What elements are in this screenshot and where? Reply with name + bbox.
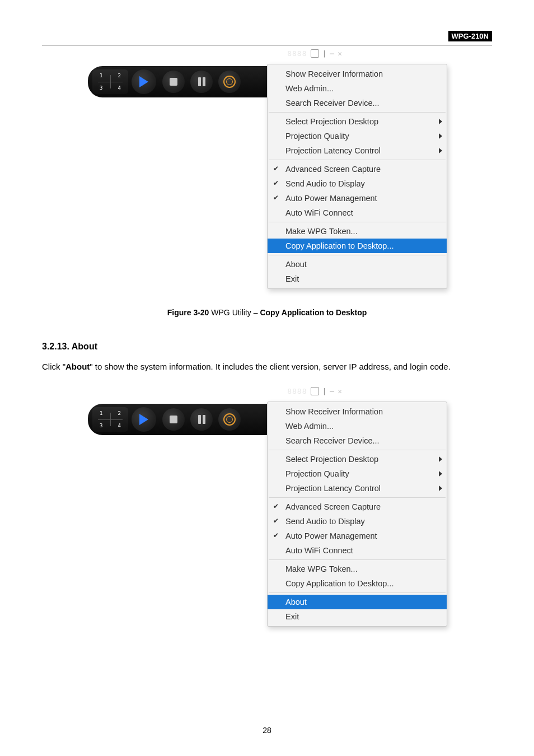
page-number: 28 (0, 726, 534, 735)
menu-item[interactable]: About (268, 595, 447, 609)
menu-separator (269, 160, 446, 160)
header-rule (42, 45, 492, 45)
close-icon[interactable]: ✕ (338, 49, 342, 58)
pause-button[interactable] (190, 71, 213, 93)
menu-item[interactable]: Web Admin... (268, 81, 447, 96)
section-paragraph: Click "About" to show the system informa… (42, 362, 492, 371)
play-icon (139, 414, 148, 425)
pause-button[interactable] (190, 408, 213, 431)
stop-button[interactable] (162, 71, 185, 93)
menu-icon[interactable] (311, 49, 319, 58)
play-button[interactable] (132, 407, 156, 432)
figure-2: 8888 | – ✕ 1 2 3 4 Show Receiver Informa… (88, 394, 446, 650)
context-menu-1: Show Receiver InformationWeb Admin...Sea… (267, 64, 447, 289)
menu-item[interactable]: Projection Latency Control (268, 481, 447, 496)
code-display: 8888 (287, 49, 307, 58)
stop-button[interactable] (162, 408, 185, 431)
menu-separator (269, 112, 446, 113)
stop-icon (170, 78, 177, 86)
menu-item[interactable]: Auto Power Management (268, 191, 447, 206)
menu-item[interactable]: Make WPG Token... (268, 562, 447, 576)
menu-item[interactable]: Projection Quality (268, 466, 447, 481)
menu-item[interactable]: Make WPG Token... (268, 224, 447, 239)
menu-item[interactable]: Projection Latency Control (268, 143, 447, 158)
minimize-icon[interactable]: – (330, 387, 334, 395)
menu-item[interactable]: Select Projection Desktop (268, 452, 447, 466)
menu-separator (269, 255, 446, 255)
code-display: 8888 (287, 387, 307, 395)
close-icon[interactable]: ✕ (338, 387, 342, 395)
divider-icon: | (322, 387, 327, 395)
menu-icon[interactable] (311, 387, 319, 395)
menu-item[interactable]: Auto WiFi Connect (268, 206, 447, 220)
menu-item[interactable]: Show Receiver Information (268, 404, 447, 419)
menu-item[interactable]: Copy Application to Desktop... (268, 239, 447, 253)
quadrant-selector[interactable]: 1 2 3 4 (92, 407, 128, 432)
stop-icon (170, 416, 177, 423)
menu-item[interactable]: Send Audio to Display (268, 514, 447, 529)
network-button[interactable] (218, 71, 241, 93)
menu-item[interactable]: Show Receiver Information (268, 67, 447, 81)
menu-item[interactable]: Auto WiFi Connect (268, 543, 447, 558)
bar-top-strip: 8888 | – ✕ (287, 49, 342, 58)
menu-item[interactable]: Advanced Screen Capture (268, 500, 447, 514)
menu-item[interactable]: Exit (268, 272, 447, 286)
pause-icon (198, 415, 205, 424)
menu-item[interactable]: Projection Quality (268, 129, 447, 143)
menu-separator (269, 559, 446, 560)
menu-item[interactable]: Auto Power Management (268, 529, 447, 543)
menu-item[interactable]: Copy Application to Desktop... (268, 576, 447, 591)
menu-separator (269, 222, 446, 222)
menu-separator (269, 592, 446, 593)
figure-1: 8888 | – ✕ 1 2 3 4 Show Receiver Informa… (88, 56, 446, 312)
menu-item[interactable]: Search Receiver Device... (268, 96, 447, 110)
menu-item[interactable]: Exit (268, 609, 447, 624)
globe-icon (223, 76, 236, 88)
menu-item[interactable]: Web Admin... (268, 419, 447, 433)
network-button[interactable] (218, 408, 241, 431)
menu-separator (269, 497, 446, 498)
minimize-icon[interactable]: – (330, 49, 334, 58)
menu-item[interactable]: Advanced Screen Capture (268, 162, 447, 176)
pause-icon (198, 77, 205, 86)
menu-item[interactable]: Send Audio to Display (268, 176, 447, 191)
play-icon (139, 76, 148, 87)
menu-separator (269, 450, 446, 450)
product-badge: WPG-210N (448, 31, 492, 41)
context-menu-2: Show Receiver InformationWeb Admin...Sea… (267, 402, 447, 627)
menu-item[interactable]: About (268, 257, 447, 272)
quadrant-selector[interactable]: 1 2 3 4 (92, 69, 128, 94)
bar-top-strip: 8888 | – ✕ (287, 387, 342, 395)
globe-icon (223, 413, 236, 426)
play-button[interactable] (132, 69, 156, 94)
section-heading: 3.2.13. About (42, 342, 492, 352)
menu-item[interactable]: Search Receiver Device... (268, 433, 447, 448)
menu-item[interactable]: Select Projection Desktop (268, 114, 447, 129)
divider-icon: | (322, 49, 327, 58)
